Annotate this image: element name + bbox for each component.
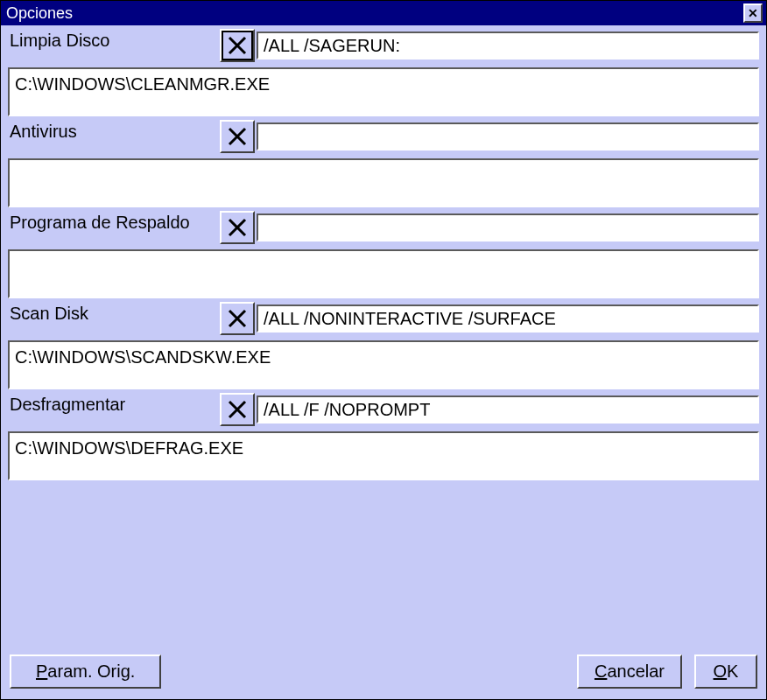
ok-button[interactable]: OK [694, 654, 757, 689]
options-dialog: Opciones ✕ Limpia Disco Antivirus [0, 0, 767, 700]
section-defrag: Desfragmentar [8, 389, 759, 480]
clear-button-antivirus[interactable] [220, 120, 255, 153]
param-orig-button[interactable]: Param. Orig. [10, 654, 161, 689]
x-icon [227, 35, 248, 56]
path-input-limpia[interactable] [8, 67, 759, 116]
content-area: Limpia Disco Antivirus [1, 25, 766, 480]
clear-button-scandisk[interactable] [220, 302, 255, 335]
args-input-limpia[interactable] [257, 32, 759, 60]
section-respaldo: Programa de Respaldo [8, 207, 759, 298]
label-limpia-disco: Limpia Disco [8, 29, 220, 64]
footer: Param. Orig. Cancelar OK [10, 654, 757, 689]
label-defrag: Desfragmentar [8, 393, 220, 428]
clear-button-respaldo[interactable] [220, 211, 255, 244]
section-antivirus: Antivirus [8, 116, 759, 207]
clear-button-defrag[interactable] [220, 393, 255, 426]
path-input-defrag[interactable] [8, 431, 759, 480]
titlebar: Opciones ✕ [1, 1, 766, 25]
args-input-defrag[interactable] [257, 396, 759, 424]
path-input-respaldo[interactable] [8, 249, 759, 298]
section-scandisk: Scan Disk [8, 298, 759, 389]
path-input-scandisk[interactable] [8, 340, 759, 389]
label-respaldo: Programa de Respaldo [8, 211, 220, 246]
args-input-respaldo[interactable] [257, 214, 759, 242]
args-input-scandisk[interactable] [257, 304, 759, 332]
cancel-button[interactable]: Cancelar [577, 654, 682, 689]
args-input-antivirus[interactable] [257, 122, 759, 150]
x-icon [227, 126, 248, 147]
path-input-antivirus[interactable] [8, 158, 759, 207]
x-icon [227, 308, 248, 329]
close-icon[interactable]: ✕ [743, 4, 763, 23]
x-icon [227, 399, 248, 420]
label-scandisk: Scan Disk [8, 302, 220, 337]
section-limpia-disco: Limpia Disco [8, 25, 759, 116]
x-icon [227, 217, 248, 238]
clear-button-limpia[interactable] [220, 29, 255, 62]
label-antivirus: Antivirus [8, 120, 220, 155]
window-title: Opciones [4, 1, 73, 25]
